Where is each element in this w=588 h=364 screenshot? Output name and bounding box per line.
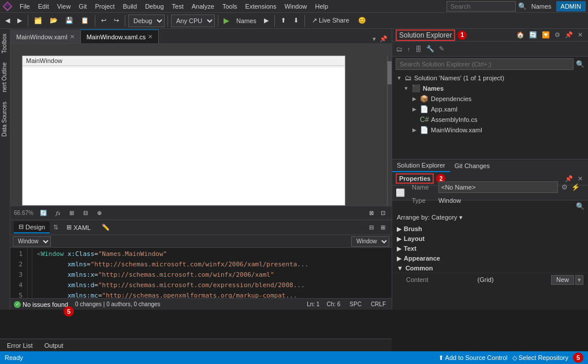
se-filter-button[interactable]: 🔽 xyxy=(540,31,552,39)
se-show-files-button[interactable]: 🗄 xyxy=(414,45,423,53)
feedback-button[interactable]: 😊 xyxy=(355,14,369,27)
tab-close-cs[interactable]: ✕ xyxy=(148,34,152,40)
content-label: Content xyxy=(406,276,478,283)
arrange-by[interactable]: Arrange by: Category ▾ xyxy=(392,212,588,223)
xaml-edit-button[interactable]: ✏️ xyxy=(99,221,113,234)
se-pending-changes-button[interactable]: ↑ xyxy=(405,45,412,53)
snap-button[interactable]: ⊟ xyxy=(80,207,91,220)
xaml-content xyxy=(23,68,345,205)
tree-solution[interactable]: ▼ 🗂 Solution 'Names' (1 of 1 project) xyxy=(392,73,588,83)
menu-analyze[interactable]: Analyze xyxy=(188,2,218,11)
se-settings-button[interactable]: ⚙ xyxy=(553,31,562,39)
add-to-source-control[interactable]: ⬆ Add to Source Control xyxy=(438,354,508,362)
prop-search-icon[interactable]: 🔍 xyxy=(576,202,585,210)
git-changes-tab[interactable]: Git Changes xyxy=(450,160,494,172)
select-repository[interactable]: ◇ Select Repository xyxy=(512,354,568,362)
run-button[interactable]: Names xyxy=(233,14,259,27)
menu-tools[interactable]: Tools xyxy=(219,2,241,11)
se-collapse-button[interactable]: 🗂 xyxy=(395,45,404,53)
prop-name-input[interactable] xyxy=(438,181,558,193)
prop-event-icon[interactable]: ⚡ xyxy=(571,183,580,191)
gutter-indicator xyxy=(28,248,32,298)
debug-config-dropdown[interactable]: Debug xyxy=(128,14,165,27)
output-tab[interactable]: Output xyxy=(41,341,67,350)
document-outline-tab[interactable]: nert Outline xyxy=(0,58,10,97)
new-project-button[interactable]: 🗂️ xyxy=(31,14,45,27)
menu-build[interactable]: Build xyxy=(120,2,140,11)
menu-test[interactable]: Test xyxy=(169,2,187,11)
code-content[interactable]: <Window x:Class="Names.MainWindow" xmlns… xyxy=(32,248,392,298)
zoom-reset-button[interactable]: 🔄 xyxy=(37,207,50,220)
prop-settings-icon[interactable]: ⚙ xyxy=(561,183,568,191)
prop-cat-brush[interactable]: ▶ Brush xyxy=(392,224,588,234)
menu-window[interactable]: Window xyxy=(281,2,310,11)
save-all-button[interactable]: 📋 xyxy=(78,14,92,27)
prop-cat-text[interactable]: ▶ Text xyxy=(392,244,588,254)
canvas-scrollbar[interactable] xyxy=(387,55,392,206)
scope-right-dropdown[interactable]: Window xyxy=(351,236,389,247)
expand-button[interactable]: ⊠ xyxy=(366,207,377,220)
back-button[interactable]: ◀ xyxy=(2,14,13,27)
contract-button[interactable]: ⊡ xyxy=(378,207,388,220)
prop-cat-layout[interactable]: ▶ Layout xyxy=(392,234,588,244)
se-home-button[interactable]: 🏠 xyxy=(515,31,526,39)
data-sources-tab[interactable]: Data Sources xyxy=(0,97,10,142)
menu-extensions[interactable]: Extensions xyxy=(242,2,280,11)
menu-debug[interactable]: Debug xyxy=(142,2,167,11)
admin-button[interactable]: ADMIN xyxy=(556,1,586,12)
grid-toggle-button[interactable]: ⊞ xyxy=(66,207,77,220)
solution-explorer-tab[interactable]: Solution Explorer xyxy=(392,159,450,172)
se-pin-button[interactable]: 📌 xyxy=(563,31,575,39)
se-search-input[interactable] xyxy=(396,58,574,70)
undo-button[interactable]: ↩ xyxy=(98,14,109,27)
menu-help[interactable]: Help xyxy=(312,2,332,11)
se-properties-button[interactable]: 🔧 xyxy=(425,44,436,53)
xaml-tab-button[interactable]: ⊞ XAML xyxy=(62,222,95,233)
prop-cat-appearance[interactable]: ▶ Appearance xyxy=(392,254,588,263)
se-toolbar: 🗂 ↑ 🗄 🔧 ✎ xyxy=(392,42,588,57)
scope-left-dropdown[interactable]: Window xyxy=(13,236,51,247)
tab-options-button[interactable]: ▾ xyxy=(371,35,378,43)
tab-pin-button[interactable]: 📌 xyxy=(378,35,389,43)
git-button[interactable]: ⬆ xyxy=(278,14,289,27)
cpu-dropdown[interactable]: Any CPU xyxy=(171,14,215,27)
se-close-button[interactable]: ✕ xyxy=(576,31,585,39)
tree-assembly-info[interactable]: C# AssemblyInfo.cs xyxy=(392,114,588,125)
menu-edit[interactable]: Edit xyxy=(35,2,53,11)
run-without-debug-button[interactable]: ▶ xyxy=(261,14,271,27)
se-refresh-button[interactable]: 🔄 xyxy=(527,31,539,39)
forward-button[interactable]: ▶ xyxy=(14,14,25,27)
search-input[interactable] xyxy=(446,1,516,12)
toolbox-tab[interactable]: Toolbox xyxy=(0,29,10,58)
zoom-formula-button[interactable]: 𝑓𝑥 xyxy=(53,207,63,220)
menu-view[interactable]: View xyxy=(54,2,75,11)
prop-cat-common[interactable]: ▼ Common xyxy=(392,263,588,273)
content-new-button[interactable]: New xyxy=(551,275,574,285)
error-list-tab[interactable]: Error List xyxy=(3,341,36,350)
tab-mainwindow-cs[interactable]: MainWindow.xaml.cs ✕ xyxy=(81,29,159,43)
badge-1: 1 xyxy=(457,31,467,40)
scrollbar-thumb[interactable] xyxy=(388,61,392,84)
design-options-button[interactable]: ⊕ xyxy=(94,207,105,220)
layout-label: Layout xyxy=(404,235,425,242)
menu-git[interactable]: Git xyxy=(75,2,90,11)
content-options-button[interactable]: ▾ xyxy=(575,275,583,285)
design-tab-button[interactable]: ⊟ Design xyxy=(14,221,50,233)
tree-project[interactable]: ▼ ⬛ Names xyxy=(392,83,588,94)
tab-close-xaml[interactable]: ✕ xyxy=(70,34,75,40)
redo-button[interactable]: ↪ xyxy=(111,14,122,27)
line-num-5: 5 xyxy=(15,291,23,298)
split-horizontal-button[interactable]: ⊟ xyxy=(366,221,377,234)
git-pull-button[interactable]: ⬇ xyxy=(291,14,302,27)
tree-mainwindow-xaml[interactable]: ▶ 📄 MainWindow.xaml xyxy=(392,125,588,135)
tree-dependencies[interactable]: ▶ 📦 Dependencies xyxy=(392,94,588,104)
se-open-editor-button[interactable]: ✎ xyxy=(437,44,446,53)
tree-app-xaml[interactable]: ▶ 📄 App.xaml xyxy=(392,104,588,114)
tab-mainwindow-xaml[interactable]: MainWindow.xaml ✕ xyxy=(10,29,81,43)
menu-project[interactable]: Project xyxy=(91,2,118,11)
live-share-button[interactable]: ↗ Live Share xyxy=(308,15,353,26)
menu-file[interactable]: File xyxy=(16,2,34,11)
split-vertical-button[interactable]: ⊞ xyxy=(378,221,388,234)
save-button[interactable]: 💾 xyxy=(62,14,76,27)
open-button[interactable]: 📂 xyxy=(47,14,61,27)
